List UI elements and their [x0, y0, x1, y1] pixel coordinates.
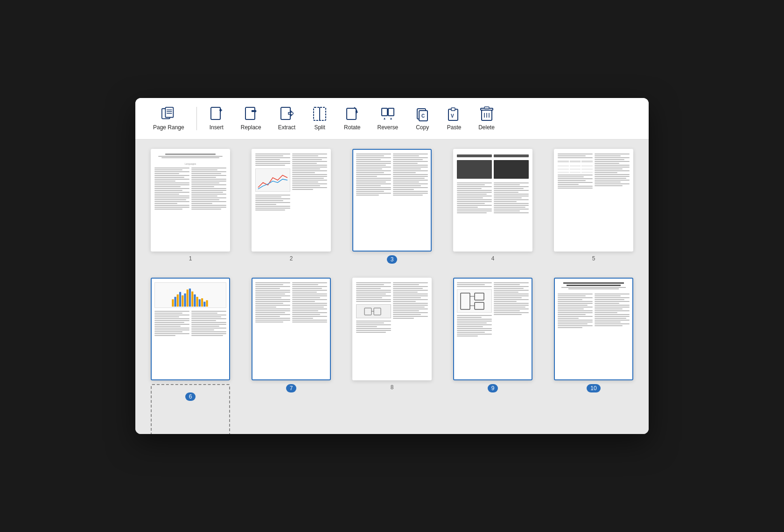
- toolbar-label-reverse: Reverse: [377, 124, 398, 131]
- toolbar-label-split: Split: [314, 124, 325, 131]
- toolbar-item-replace[interactable]: Replace: [232, 103, 270, 134]
- svg-rect-5: [211, 107, 220, 119]
- page-wrapper-1: Languages: [145, 149, 236, 264]
- page-number-badge-9: 9: [488, 384, 498, 392]
- svg-rect-15: [388, 108, 394, 116]
- app-window: Page Range Insert Re: [135, 98, 649, 434]
- page-wrapper-7: 7: [245, 278, 337, 401]
- svg-rect-28: [172, 299, 174, 307]
- page-range-icon: [161, 106, 176, 121]
- insert-icon: [209, 106, 224, 121]
- page-number-2: 2: [290, 255, 293, 262]
- page-number-badge-7: 7: [286, 384, 297, 392]
- page-number-badge-6: 6: [185, 392, 196, 401]
- svg-rect-31: [179, 292, 181, 307]
- toolbar-item-insert[interactable]: Insert: [201, 103, 232, 134]
- toolbar: Page Range Insert Re: [135, 98, 649, 140]
- toolbar-label-extract: Extract: [278, 124, 295, 131]
- svg-rect-9: [281, 107, 290, 119]
- page-wrapper-5: 5: [548, 149, 639, 264]
- page-thumb-10[interactable]: [554, 278, 633, 380]
- svg-rect-41: [203, 302, 205, 307]
- replace-icon: [244, 106, 259, 121]
- svg-rect-32: [182, 295, 183, 307]
- svg-rect-42: [206, 300, 208, 307]
- toolbar-divider: [196, 107, 197, 130]
- svg-rect-30: [177, 294, 179, 307]
- page-thumb-8[interactable]: [352, 278, 432, 380]
- page-number-badge-3: 3: [387, 255, 398, 264]
- svg-rect-40: [201, 298, 203, 307]
- page-number-badge-10: 10: [587, 384, 600, 392]
- svg-rect-37: [194, 294, 196, 307]
- page-thumb-1[interactable]: Languages: [151, 149, 230, 252]
- copy-icon: C: [415, 106, 430, 121]
- page-thumb-3[interactable]: [352, 149, 432, 252]
- svg-rect-35: [189, 288, 191, 307]
- page-wrapper-6: 6: [145, 278, 236, 401]
- page-thumb-4[interactable]: [453, 149, 532, 252]
- page-thumb-9[interactable]: [453, 278, 532, 380]
- page-wrapper-3: 3: [346, 149, 438, 264]
- svg-rect-46: [461, 293, 470, 309]
- toolbar-item-reverse[interactable]: Reverse: [369, 103, 406, 134]
- pages-grid: Languages: [145, 149, 639, 401]
- toolbar-item-split[interactable]: Split: [304, 103, 336, 134]
- svg-rect-38: [196, 297, 198, 307]
- page-wrapper-4: 4: [447, 149, 539, 264]
- svg-rect-29: [175, 297, 176, 307]
- page-thumb-5[interactable]: [554, 149, 633, 252]
- svg-rect-33: [184, 294, 186, 307]
- svg-rect-43: [364, 308, 371, 315]
- page-thumb-6[interactable]: [151, 278, 230, 380]
- svg-rect-8: [245, 107, 255, 119]
- toolbar-label-copy: Copy: [416, 124, 429, 131]
- extract-icon: [279, 106, 294, 121]
- page-wrapper-10: 10: [548, 278, 639, 401]
- page-number-1: 1: [189, 255, 192, 262]
- page-thumb-7[interactable]: [252, 278, 331, 380]
- reverse-icon: [380, 106, 395, 121]
- svg-rect-1: [166, 107, 174, 118]
- toolbar-item-paste[interactable]: V Paste: [438, 103, 470, 134]
- toolbar-item-page-range[interactable]: Page Range: [145, 103, 193, 134]
- svg-rect-20: [451, 108, 455, 111]
- svg-text:V: V: [451, 113, 454, 119]
- page-wrapper-9: 9: [447, 278, 539, 401]
- svg-rect-34: [187, 289, 189, 307]
- toolbar-label-rotate: Rotate: [344, 124, 360, 131]
- toolbar-label-delete: Delete: [478, 124, 495, 131]
- svg-rect-14: [382, 108, 387, 116]
- toolbar-item-copy[interactable]: C Copy: [406, 103, 438, 134]
- toolbar-item-rotate[interactable]: Rotate: [336, 103, 369, 134]
- split-icon: [312, 106, 327, 121]
- svg-rect-48: [475, 302, 484, 309]
- svg-rect-47: [475, 293, 484, 300]
- toolbar-item-delete[interactable]: Delete: [470, 103, 503, 134]
- svg-rect-12: [347, 108, 356, 119]
- svg-rect-36: [191, 292, 193, 307]
- delete-icon: [479, 106, 494, 121]
- svg-rect-39: [199, 299, 201, 307]
- toolbar-item-extract[interactable]: Extract: [270, 103, 304, 134]
- svg-text:C: C: [421, 113, 425, 119]
- toolbar-label-page-range: Page Range: [153, 124, 184, 131]
- paste-icon: V: [447, 106, 462, 121]
- svg-rect-24: [484, 107, 489, 109]
- page-number-8: 8: [391, 384, 394, 391]
- page-wrapper-8: 8: [346, 278, 438, 401]
- svg-rect-44: [374, 308, 381, 315]
- rotate-icon: [345, 106, 360, 121]
- toolbar-label-paste: Paste: [447, 124, 462, 131]
- page-wrapper-2: 2: [245, 149, 337, 264]
- page-number-5: 5: [592, 255, 595, 262]
- content-area: Languages: [135, 140, 649, 434]
- toolbar-label-insert: Insert: [210, 124, 224, 131]
- toolbar-label-replace: Replace: [241, 124, 261, 131]
- page-number-4: 4: [491, 255, 495, 262]
- page-thumb-2[interactable]: [252, 149, 331, 252]
